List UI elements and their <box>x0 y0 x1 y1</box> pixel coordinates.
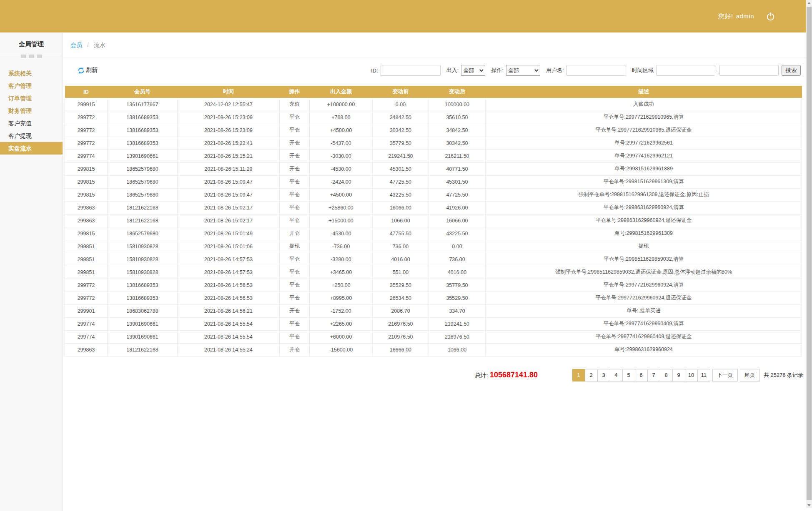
table-cell: 开仓 <box>280 150 310 162</box>
page-button-9[interactable]: 9 <box>672 369 685 381</box>
search-button[interactable]: 搜索 <box>782 65 801 76</box>
username-filter-label: 用户名: <box>546 67 564 74</box>
breadcrumb-link-member[interactable]: 会员 <box>70 42 82 48</box>
username: admin <box>736 12 754 20</box>
table-cell: 平仓 <box>280 330 310 343</box>
table-row: 299774139016906612021-08-26 14:55:54平仓+6… <box>65 330 802 343</box>
table-cell: 299851 <box>65 253 108 266</box>
sidebar-item-客户管理[interactable]: 客户管理 <box>0 80 63 92</box>
table-row: 299772138166893532021-08-26 14:56:53平仓+2… <box>65 279 802 292</box>
greeting-label: 您好! <box>718 12 733 20</box>
table-cell: 2021-08-26 15:22:41 <box>178 137 280 150</box>
pagination: 1234567891011 下一页 尾页 共 25276 条记录 <box>573 369 803 381</box>
page-button-6[interactable]: 6 <box>635 369 648 381</box>
table-cell: 平仓 <box>280 317 310 330</box>
table-cell: 30342.50 <box>373 124 429 137</box>
records-panel: 刷新 ID: 出入: 全部 操作: 全部 用户名: 时间区域 - <box>65 57 802 356</box>
records-count: 共 25276 条记录 <box>764 371 803 379</box>
table-row: 299774139016906612021-08-26 15:15:21开仓-3… <box>65 150 802 162</box>
table-cell: -3030.00 <box>310 150 373 162</box>
op-select[interactable]: 全部 <box>506 65 540 76</box>
table-cell: -1752.00 <box>310 304 373 317</box>
table-row: 299772138166893532021-08-26 15:23:09平仓+4… <box>65 124 802 137</box>
page-button-8[interactable]: 8 <box>660 369 673 381</box>
inout-select[interactable]: 全部 <box>461 65 485 76</box>
table-cell: 13816689353 <box>108 137 178 150</box>
table-cell: 736.00 <box>429 253 486 266</box>
table-cell: 45301.50 <box>373 162 429 175</box>
table-cell: 18121622168 <box>108 343 178 356</box>
page-button-5[interactable]: 5 <box>622 369 635 381</box>
table-cell: 充值 <box>280 98 310 111</box>
table-cell: 47725.50 <box>429 188 486 201</box>
id-input[interactable] <box>381 65 441 76</box>
table-cell: 47725.50 <box>373 175 429 188</box>
table-cell: 219241.50 <box>429 317 486 330</box>
table-cell: +4500.00 <box>310 188 373 201</box>
table-cell: 平仓单号:2997741629960409,退还保证金 <box>486 330 802 343</box>
table-cell: 2021-08-26 15:09:47 <box>178 175 280 188</box>
sidebar-item-客户充值[interactable]: 客户充值 <box>0 117 63 130</box>
time-from-input[interactable] <box>656 65 715 76</box>
page-button-3[interactable]: 3 <box>597 369 610 381</box>
column-header: 会员号 <box>108 86 178 98</box>
table-cell: 15810930828 <box>108 266 178 279</box>
sidebar-item-实盘流水[interactable]: 实盘流水 <box>0 142 63 155</box>
sidebar-item-财务管理[interactable]: 财务管理 <box>0 105 63 117</box>
table-cell: 16066.00 <box>373 201 429 214</box>
table-cell: 单号:2998151629961309 <box>486 227 802 240</box>
table-row: 299851158109308282021-08-26 15:01:06提现-7… <box>65 240 802 253</box>
table-cell: -15600.00 <box>310 343 373 356</box>
page-button-10[interactable]: 10 <box>685 369 698 381</box>
sidebar: 全局管理 系统相关客户管理订单管理财务管理客户充值客户提现实盘流水 <box>0 32 63 511</box>
table-cell: 开仓 <box>280 304 310 317</box>
table-cell: 平仓 <box>280 124 310 137</box>
table-cell: -4530.00 <box>310 162 373 175</box>
scroll-up-arrow-icon[interactable] <box>806 0 812 6</box>
page-button-7[interactable]: 7 <box>647 369 660 381</box>
table-cell: 平仓单号:2998631629960924,清算 <box>486 201 802 214</box>
table-cell: 299851 <box>65 240 108 253</box>
table-cell: 16666.00 <box>373 343 429 356</box>
flow-table: ID会员号时间操作出入金额变动前变动后描述 299915136161776672… <box>65 86 802 356</box>
table-cell: 1066.00 <box>429 343 486 356</box>
table-row: 299774139016906612021-08-26 14:55:54平仓+2… <box>65 317 802 330</box>
refresh-button[interactable]: 刷新 <box>78 67 98 74</box>
vertical-scrollbar[interactable] <box>806 0 812 508</box>
sidebar-nav: 系统相关客户管理订单管理财务管理客户充值客户提现实盘流水 <box>0 58 63 155</box>
table-cell: 2021-08-26 14:55:54 <box>178 317 280 330</box>
page-button-4[interactable]: 4 <box>610 369 623 381</box>
time-to-input[interactable] <box>719 65 779 76</box>
page-button-1[interactable]: 1 <box>572 369 585 381</box>
table-cell: 13816689353 <box>108 292 178 304</box>
table-cell: 开仓 <box>280 343 310 356</box>
next-page-button[interactable]: 下一页 <box>712 369 738 381</box>
table-cell: 平仓单号:2997721629960924,退还保证金 <box>486 292 802 304</box>
table-cell: 2021-08-26 15:11:29 <box>178 162 280 175</box>
table-cell: 210976.50 <box>373 330 429 343</box>
table-cell: 2021-08-26 15:23:09 <box>178 124 280 137</box>
logout-power-icon[interactable] <box>766 12 775 21</box>
sidebar-title: 全局管理 <box>0 39 63 49</box>
page-button-2[interactable]: 2 <box>585 369 598 381</box>
table-cell: 299772 <box>65 279 108 292</box>
username-input[interactable] <box>566 65 626 76</box>
table-cell: 2021-08-26 15:09:47 <box>178 188 280 201</box>
table-cell: 43225.50 <box>429 227 486 240</box>
table-cell: 299772 <box>65 124 108 137</box>
sidebar-item-客户提现[interactable]: 客户提现 <box>0 130 63 142</box>
scroll-down-arrow-icon[interactable] <box>806 502 812 508</box>
table-cell: 平仓 <box>280 175 310 188</box>
scrollbar-thumb[interactable] <box>807 7 812 500</box>
sidebar-item-订单管理[interactable]: 订单管理 <box>0 92 63 105</box>
last-page-button[interactable]: 尾页 <box>740 369 760 381</box>
table-cell: 2086.70 <box>373 304 429 317</box>
table-cell: 强制平仓单号:2998151629961309,退还保证金,原因:止损 <box>486 188 802 201</box>
table-cell: 219241.50 <box>373 150 429 162</box>
page-button-11[interactable]: 11 <box>697 369 710 381</box>
table-cell: -2424.00 <box>310 175 373 188</box>
table-row: 299815186525796802021-08-26 15:09:47平仓+4… <box>65 188 802 201</box>
column-header: 描述 <box>486 86 802 98</box>
sidebar-item-系统相关[interactable]: 系统相关 <box>0 67 63 80</box>
table-cell: 平仓单号:2997741629960409,清算 <box>486 317 802 330</box>
